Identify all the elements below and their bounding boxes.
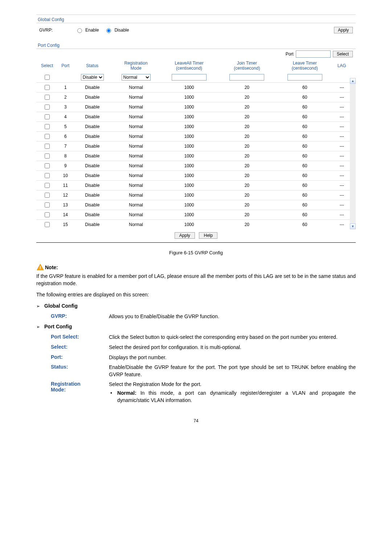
port-apply-button[interactable]: Apply xyxy=(175,232,195,239)
row-checkbox[interactable] xyxy=(45,212,50,217)
cell-leave: 60 xyxy=(276,190,334,200)
leaveall-filter-input[interactable] xyxy=(172,74,207,81)
cell-leave: 60 xyxy=(276,93,334,102)
row-checkbox[interactable] xyxy=(45,193,50,198)
cell-mode: Normal xyxy=(112,190,160,200)
note-label: Note: xyxy=(45,264,58,270)
table-row: 3DisableNormal10002060--- xyxy=(36,102,350,112)
gvrp-enable-radio[interactable] xyxy=(77,28,82,33)
cell-status: Disable xyxy=(73,112,112,122)
cell-mode: Normal xyxy=(112,151,160,161)
cell-port: 10 xyxy=(58,171,73,181)
table-row: 15DisableNormal10002060--- xyxy=(36,220,350,230)
row-checkbox[interactable] xyxy=(45,85,50,90)
row-checkbox[interactable] xyxy=(45,222,50,227)
cell-status: Disable xyxy=(73,151,112,161)
gvrp-desc-row: GVRP: Allows you to Enable/Disable the G… xyxy=(51,313,356,320)
port-desc-label: Port: xyxy=(51,354,109,361)
cell-leave: 60 xyxy=(276,83,334,93)
svg-rect-0 xyxy=(40,266,41,268)
cell-mode: Normal xyxy=(112,181,160,190)
global-apply-button[interactable]: Apply xyxy=(334,27,353,33)
table-row: 9DisableNormal10002060--- xyxy=(36,161,350,171)
cell-join: 20 xyxy=(218,171,276,181)
port-table: Select Port Status RegistrationMode Leav… xyxy=(36,59,350,229)
leave-filter-input[interactable] xyxy=(287,74,322,81)
cell-status: Disable xyxy=(73,141,112,151)
arrow-icon: ➢ xyxy=(36,303,40,309)
cell-leaveall: 1000 xyxy=(160,112,218,122)
scroll-down-icon[interactable]: ▼ xyxy=(350,223,356,229)
cell-leaveall: 1000 xyxy=(160,171,218,181)
row-checkbox[interactable] xyxy=(45,104,50,110)
cell-leave: 60 xyxy=(276,220,334,230)
row-checkbox[interactable] xyxy=(45,183,50,188)
cell-port: 5 xyxy=(58,122,73,132)
table-row: 11DisableNormal10002060--- xyxy=(36,181,350,190)
row-checkbox[interactable] xyxy=(45,153,50,159)
cell-leaveall: 1000 xyxy=(160,161,218,171)
row-checkbox[interactable] xyxy=(45,202,50,208)
figure-caption: Figure 6-15 GVRP Config xyxy=(36,250,356,255)
port-config-title: Port Config xyxy=(44,324,72,329)
row-checkbox[interactable] xyxy=(45,95,50,100)
cell-leaveall: 1000 xyxy=(160,190,218,200)
table-row: 6DisableNormal10002060--- xyxy=(36,132,350,141)
cell-leaveall: 1000 xyxy=(160,122,218,132)
cell-mode: Normal xyxy=(112,210,160,220)
cell-lag: --- xyxy=(334,132,350,141)
table-row: 5DisableNormal10002060--- xyxy=(36,122,350,132)
cell-leave: 60 xyxy=(276,161,334,171)
cell-mode: Normal xyxy=(112,161,160,171)
table-scrollbar[interactable]: ▲ ▼ xyxy=(350,59,356,229)
gvrp-disable-radio[interactable] xyxy=(106,28,111,33)
cell-status: Disable xyxy=(73,122,112,132)
global-config-heading: Global Config xyxy=(36,15,356,23)
intro-text: The following entries are displayed on t… xyxy=(36,291,356,299)
cell-port: 9 xyxy=(58,161,73,171)
cell-join: 20 xyxy=(218,102,276,112)
port-desc-text: Displays the port number. xyxy=(109,354,356,361)
cell-join: 20 xyxy=(218,220,276,230)
cell-mode: Normal xyxy=(112,102,160,112)
port-search-input[interactable] xyxy=(296,50,331,58)
row-checkbox[interactable] xyxy=(45,144,50,149)
cell-port: 3 xyxy=(58,102,73,112)
cell-mode: Normal xyxy=(112,112,160,122)
status-filter-select[interactable]: Disable xyxy=(81,74,104,81)
row-checkbox[interactable] xyxy=(45,124,50,129)
cell-mode: Normal xyxy=(112,141,160,151)
cell-port: 15 xyxy=(58,220,73,230)
cell-leaveall: 1000 xyxy=(160,220,218,230)
select-all-checkbox[interactable] xyxy=(45,75,50,80)
cell-status: Disable xyxy=(73,171,112,181)
cell-leave: 60 xyxy=(276,181,334,190)
svg-rect-1 xyxy=(40,268,41,269)
scroll-up-icon[interactable]: ▲ xyxy=(350,78,356,84)
cell-lag: --- xyxy=(334,83,350,93)
cell-mode: Normal xyxy=(112,200,160,210)
cell-mode: Normal xyxy=(112,132,160,141)
row-checkbox[interactable] xyxy=(45,114,50,119)
table-row: 4DisableNormal10002060--- xyxy=(36,112,350,122)
warning-icon xyxy=(36,263,44,271)
row-checkbox[interactable] xyxy=(45,163,50,168)
cell-lag: --- xyxy=(334,190,350,200)
row-checkbox[interactable] xyxy=(45,134,50,139)
status-desc-row: Status: Enable/Disable the GVRP feature … xyxy=(51,364,356,378)
cell-lag: --- xyxy=(334,112,350,122)
bullet-icon: • xyxy=(109,390,112,404)
col-port: Port xyxy=(58,59,73,72)
table-row: 14DisableNormal10002060--- xyxy=(36,210,350,220)
port-select-button[interactable]: Select xyxy=(333,51,353,57)
row-checkbox[interactable] xyxy=(45,173,50,178)
col-join: Join Timer(centisecond) xyxy=(218,59,276,72)
mode-filter-select[interactable]: Normal xyxy=(122,74,151,81)
table-wrapper: Select Port Status RegistrationMode Leav… xyxy=(36,59,356,229)
cell-status: Disable xyxy=(73,220,112,230)
port-config-entry: ➢ Port Config xyxy=(36,324,356,329)
help-button[interactable]: Help xyxy=(199,232,217,239)
gvrp-enable-label: Enable xyxy=(85,28,99,33)
status-desc-label: Status: xyxy=(51,364,109,378)
join-filter-input[interactable] xyxy=(229,74,264,81)
